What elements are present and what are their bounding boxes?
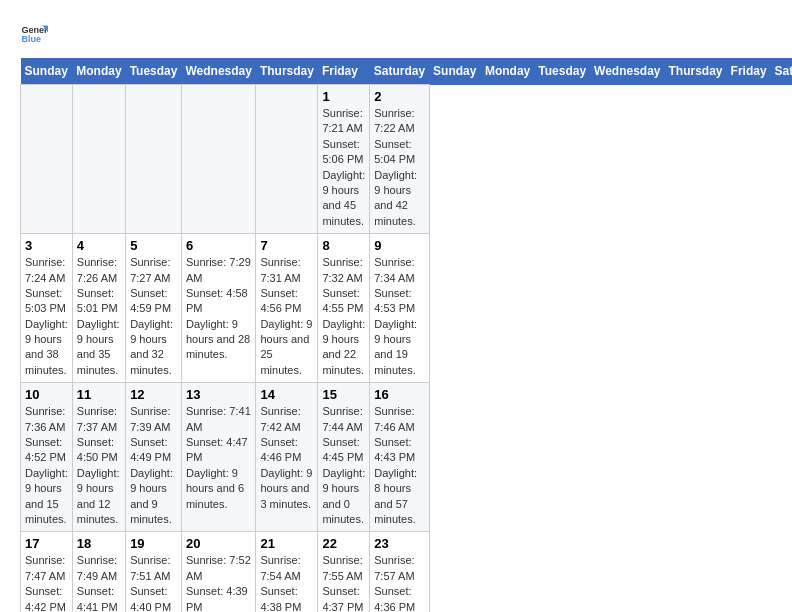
- day-header-saturday: Saturday: [771, 58, 792, 85]
- calendar-cell: 17Sunrise: 7:47 AM Sunset: 4:42 PM Dayli…: [21, 532, 73, 612]
- svg-text:Blue: Blue: [21, 34, 41, 44]
- calendar-cell: 22Sunrise: 7:55 AM Sunset: 4:37 PM Dayli…: [318, 532, 370, 612]
- day-number: 5: [130, 238, 177, 253]
- day-number: 14: [260, 387, 313, 402]
- calendar-table: SundayMondayTuesdayWednesdayThursdayFrid…: [20, 58, 792, 612]
- day-info: Sunrise: 7:51 AM Sunset: 4:40 PM Dayligh…: [130, 553, 177, 612]
- calendar-cell: 5Sunrise: 7:27 AM Sunset: 4:59 PM Daylig…: [126, 234, 182, 383]
- day-number: 2: [374, 89, 424, 104]
- day-header-friday: Friday: [727, 58, 771, 85]
- day-number: 13: [186, 387, 251, 402]
- calendar-week-4: 17Sunrise: 7:47 AM Sunset: 4:42 PM Dayli…: [21, 532, 793, 612]
- calendar-cell: 16Sunrise: 7:46 AM Sunset: 4:43 PM Dayli…: [370, 383, 429, 532]
- day-info: Sunrise: 7:37 AM Sunset: 4:50 PM Dayligh…: [77, 404, 121, 527]
- day-header-wednesday: Wednesday: [181, 58, 255, 85]
- calendar-cell: [126, 85, 182, 234]
- calendar-cell: [72, 85, 125, 234]
- calendar-week-2: 3Sunrise: 7:24 AM Sunset: 5:03 PM Daylig…: [21, 234, 793, 383]
- calendar-cell: 2Sunrise: 7:22 AM Sunset: 5:04 PM Daylig…: [370, 85, 429, 234]
- day-info: Sunrise: 7:34 AM Sunset: 4:53 PM Dayligh…: [374, 255, 424, 378]
- day-info: Sunrise: 7:42 AM Sunset: 4:46 PM Dayligh…: [260, 404, 313, 512]
- calendar-cell: [256, 85, 318, 234]
- day-header-saturday: Saturday: [370, 58, 429, 85]
- day-info: Sunrise: 7:32 AM Sunset: 4:55 PM Dayligh…: [322, 255, 365, 378]
- day-number: 18: [77, 536, 121, 551]
- day-info: Sunrise: 7:52 AM Sunset: 4:39 PM Dayligh…: [186, 553, 251, 612]
- day-info: Sunrise: 7:46 AM Sunset: 4:43 PM Dayligh…: [374, 404, 424, 527]
- calendar-cell: 4Sunrise: 7:26 AM Sunset: 5:01 PM Daylig…: [72, 234, 125, 383]
- day-number: 19: [130, 536, 177, 551]
- calendar-header-row: SundayMondayTuesdayWednesdayThursdayFrid…: [21, 58, 793, 85]
- day-header-monday: Monday: [481, 58, 534, 85]
- day-info: Sunrise: 7:26 AM Sunset: 5:01 PM Dayligh…: [77, 255, 121, 378]
- day-number: 3: [25, 238, 68, 253]
- calendar-cell: 8Sunrise: 7:32 AM Sunset: 4:55 PM Daylig…: [318, 234, 370, 383]
- day-info: Sunrise: 7:29 AM Sunset: 4:58 PM Dayligh…: [186, 255, 251, 363]
- day-info: Sunrise: 7:55 AM Sunset: 4:37 PM Dayligh…: [322, 553, 365, 612]
- day-number: 23: [374, 536, 424, 551]
- day-info: Sunrise: 7:31 AM Sunset: 4:56 PM Dayligh…: [260, 255, 313, 378]
- day-number: 16: [374, 387, 424, 402]
- day-number: 17: [25, 536, 68, 551]
- day-header-tuesday: Tuesday: [126, 58, 182, 85]
- logo: General Blue: [20, 20, 52, 48]
- day-number: 15: [322, 387, 365, 402]
- day-number: 20: [186, 536, 251, 551]
- day-info: Sunrise: 7:41 AM Sunset: 4:47 PM Dayligh…: [186, 404, 251, 512]
- day-info: Sunrise: 7:24 AM Sunset: 5:03 PM Dayligh…: [25, 255, 68, 378]
- day-number: 22: [322, 536, 365, 551]
- day-header-wednesday: Wednesday: [590, 58, 664, 85]
- day-info: Sunrise: 7:49 AM Sunset: 4:41 PM Dayligh…: [77, 553, 121, 612]
- day-number: 12: [130, 387, 177, 402]
- calendar-cell: 9Sunrise: 7:34 AM Sunset: 4:53 PM Daylig…: [370, 234, 429, 383]
- day-number: 21: [260, 536, 313, 551]
- day-info: Sunrise: 7:57 AM Sunset: 4:36 PM Dayligh…: [374, 553, 424, 612]
- calendar-cell: 13Sunrise: 7:41 AM Sunset: 4:47 PM Dayli…: [181, 383, 255, 532]
- day-header-tuesday: Tuesday: [534, 58, 590, 85]
- day-info: Sunrise: 7:47 AM Sunset: 4:42 PM Dayligh…: [25, 553, 68, 612]
- calendar-cell: 7Sunrise: 7:31 AM Sunset: 4:56 PM Daylig…: [256, 234, 318, 383]
- day-header-sunday: Sunday: [21, 58, 73, 85]
- day-info: Sunrise: 7:21 AM Sunset: 5:06 PM Dayligh…: [322, 106, 365, 229]
- page-header: General Blue: [20, 20, 772, 48]
- calendar-week-1: 1Sunrise: 7:21 AM Sunset: 5:06 PM Daylig…: [21, 85, 793, 234]
- day-info: Sunrise: 7:22 AM Sunset: 5:04 PM Dayligh…: [374, 106, 424, 229]
- day-header-friday: Friday: [318, 58, 370, 85]
- calendar-cell: 21Sunrise: 7:54 AM Sunset: 4:38 PM Dayli…: [256, 532, 318, 612]
- calendar-cell: 19Sunrise: 7:51 AM Sunset: 4:40 PM Dayli…: [126, 532, 182, 612]
- day-info: Sunrise: 7:54 AM Sunset: 4:38 PM Dayligh…: [260, 553, 313, 612]
- calendar-cell: 15Sunrise: 7:44 AM Sunset: 4:45 PM Dayli…: [318, 383, 370, 532]
- calendar-cell: 3Sunrise: 7:24 AM Sunset: 5:03 PM Daylig…: [21, 234, 73, 383]
- logo-icon: General Blue: [20, 20, 48, 48]
- day-info: Sunrise: 7:27 AM Sunset: 4:59 PM Dayligh…: [130, 255, 177, 378]
- day-info: Sunrise: 7:36 AM Sunset: 4:52 PM Dayligh…: [25, 404, 68, 527]
- calendar-cell: 18Sunrise: 7:49 AM Sunset: 4:41 PM Dayli…: [72, 532, 125, 612]
- day-number: 11: [77, 387, 121, 402]
- day-number: 10: [25, 387, 68, 402]
- day-number: 8: [322, 238, 365, 253]
- calendar-cell: [21, 85, 73, 234]
- calendar-cell: 12Sunrise: 7:39 AM Sunset: 4:49 PM Dayli…: [126, 383, 182, 532]
- day-header-thursday: Thursday: [256, 58, 318, 85]
- day-info: Sunrise: 7:39 AM Sunset: 4:49 PM Dayligh…: [130, 404, 177, 527]
- day-header-thursday: Thursday: [665, 58, 727, 85]
- day-header-monday: Monday: [72, 58, 125, 85]
- calendar-cell: 14Sunrise: 7:42 AM Sunset: 4:46 PM Dayli…: [256, 383, 318, 532]
- calendar-cell: 6Sunrise: 7:29 AM Sunset: 4:58 PM Daylig…: [181, 234, 255, 383]
- calendar-cell: 11Sunrise: 7:37 AM Sunset: 4:50 PM Dayli…: [72, 383, 125, 532]
- calendar-week-3: 10Sunrise: 7:36 AM Sunset: 4:52 PM Dayli…: [21, 383, 793, 532]
- day-info: Sunrise: 7:44 AM Sunset: 4:45 PM Dayligh…: [322, 404, 365, 527]
- day-number: 6: [186, 238, 251, 253]
- calendar-cell: 23Sunrise: 7:57 AM Sunset: 4:36 PM Dayli…: [370, 532, 429, 612]
- day-number: 7: [260, 238, 313, 253]
- day-number: 1: [322, 89, 365, 104]
- day-number: 9: [374, 238, 424, 253]
- calendar-cell: [181, 85, 255, 234]
- calendar-cell: 20Sunrise: 7:52 AM Sunset: 4:39 PM Dayli…: [181, 532, 255, 612]
- day-header-sunday: Sunday: [429, 58, 481, 85]
- calendar-cell: 1Sunrise: 7:21 AM Sunset: 5:06 PM Daylig…: [318, 85, 370, 234]
- calendar-cell: 10Sunrise: 7:36 AM Sunset: 4:52 PM Dayli…: [21, 383, 73, 532]
- day-number: 4: [77, 238, 121, 253]
